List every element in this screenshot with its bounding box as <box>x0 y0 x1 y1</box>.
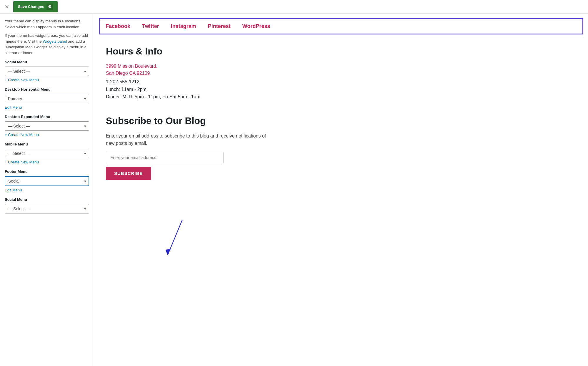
footer-menu-label: Footer Menu <box>5 169 89 174</box>
social-menu-section: Social Menu — Select — Primary Social + … <box>5 60 89 82</box>
desktop-expanded-label: Desktop Expanded Menu <box>5 115 89 119</box>
social-menu-select-wrapper: — Select — Primary Social <box>5 67 89 76</box>
sidebar-description: Your theme can display menus in 6 locati… <box>5 18 89 56</box>
lunch-text: Lunch: 11am - 2pm <box>106 86 576 93</box>
subscribe-button[interactable]: SUBSCRIBE <box>106 167 151 180</box>
subscribe-description: Enter your email address to subscribe to… <box>106 132 271 147</box>
close-button[interactable]: ✕ <box>4 2 10 11</box>
mobile-menu-select[interactable]: — Select — Primary Social <box>5 149 89 158</box>
widgets-panel-link[interactable]: Widgets panel <box>43 39 67 44</box>
mobile-menu-select-wrapper: — Select — Primary Social <box>5 149 89 158</box>
wordpress-nav-link[interactable]: WordPress <box>242 23 270 29</box>
social-menu-label: Social Menu <box>5 60 89 64</box>
hours-info-section: Hours & Info 3999 Mission Boulevard, San… <box>94 37 588 110</box>
desktop-horizontal-select-wrapper: Primary — Select — Social <box>5 94 89 103</box>
desktop-horizontal-select[interactable]: Primary — Select — Social <box>5 94 89 103</box>
subscribe-section: Subscribe to Our Blog Enter your email a… <box>94 110 588 189</box>
desktop-horizontal-edit-link[interactable]: Edit Menu <box>5 105 22 110</box>
top-bar: ✕ Save Changes ⚙ <box>0 0 588 14</box>
mobile-menu-label: Mobile Menu <box>5 142 89 146</box>
footer-menu-select-wrapper: Social — Select — Primary <box>5 176 89 186</box>
social-menu-2-select-wrapper: — Select — Primary Social <box>5 204 89 213</box>
instagram-nav-link[interactable]: Instagram <box>171 23 196 29</box>
arrow-annotation <box>165 217 247 264</box>
content-area: Facebook Twitter Instagram Pinterest Wor… <box>94 14 588 366</box>
main-layout: Your theme can display menus in 6 locati… <box>0 14 588 366</box>
gear-icon: ⚙ <box>48 4 51 9</box>
save-changes-button[interactable]: Save Changes ⚙ <box>13 1 58 12</box>
social-menu-create-link[interactable]: + Create New Menu <box>5 78 39 82</box>
dinner-text: Dinner: M-Th 5pm - 11pm, Fri-Sat:5pm - 1… <box>106 93 576 101</box>
email-input[interactable] <box>106 152 224 163</box>
pinterest-nav-link[interactable]: Pinterest <box>208 23 231 29</box>
social-menu-2-select[interactable]: — Select — Primary Social <box>5 204 89 213</box>
mobile-menu-section: Mobile Menu — Select — Primary Social + … <box>5 142 89 165</box>
facebook-nav-link[interactable]: Facebook <box>106 23 130 29</box>
social-menu-2-label: Social Menu <box>5 197 89 202</box>
subscribe-title: Subscribe to Our Blog <box>106 115 576 126</box>
footer-menu-select[interactable]: Social — Select — Primary <box>5 176 89 186</box>
desc-text-1: Your theme can display menus in 6 locati… <box>5 18 89 30</box>
sidebar: Your theme can display menus in 6 locati… <box>0 14 94 366</box>
save-label: Save Changes <box>18 4 44 9</box>
desc-text-2: If your theme has widget areas, you can … <box>5 33 89 56</box>
twitter-nav-link[interactable]: Twitter <box>142 23 159 29</box>
desktop-expanded-select-wrapper: — Select — Primary Social <box>5 121 89 131</box>
desktop-expanded-create-link[interactable]: + Create New Menu <box>5 133 39 137</box>
address-link[interactable]: 3999 Mission Boulevard, San Diego CA 921… <box>106 63 576 77</box>
phone-text: 1-202-555-1212 <box>106 78 576 86</box>
footer-menu-section: Footer Menu Social — Select — Primary Ed… <box>5 169 89 193</box>
desktop-horizontal-section: Desktop Horizontal Menu Primary — Select… <box>5 87 89 110</box>
social-menu-2-section: Social Menu — Select — Primary Social <box>5 197 89 213</box>
svg-marker-1 <box>165 249 171 255</box>
svg-line-0 <box>168 220 182 255</box>
footer-menu-edit-link[interactable]: Edit Menu <box>5 188 22 192</box>
desktop-expanded-section: Desktop Expanded Menu — Select — Primary… <box>5 115 89 137</box>
social-menu-select[interactable]: — Select — Primary Social <box>5 67 89 76</box>
desktop-horizontal-label: Desktop Horizontal Menu <box>5 87 89 92</box>
desktop-expanded-select[interactable]: — Select — Primary Social <box>5 121 89 131</box>
hours-info-title: Hours & Info <box>106 46 576 57</box>
social-nav-bar: Facebook Twitter Instagram Pinterest Wor… <box>99 18 583 34</box>
mobile-menu-create-link[interactable]: + Create New Menu <box>5 160 39 164</box>
